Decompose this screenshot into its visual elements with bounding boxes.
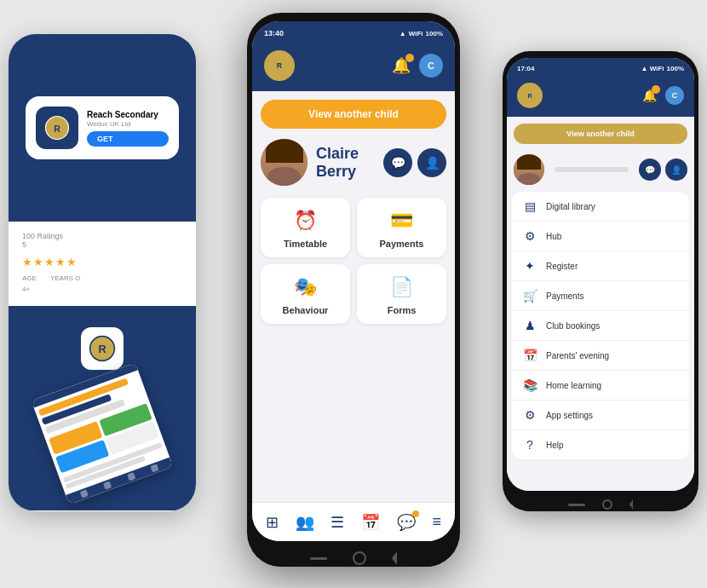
menu-item-app-settings[interactable]: ⚙ App settings xyxy=(512,401,689,430)
right-main: View another child 💬 👤 xyxy=(507,117,694,491)
parents-evening-label: Parents' evening xyxy=(546,351,609,360)
right-screen: 17:04 ▲ WiFi 100% R 🔔 xyxy=(507,58,694,491)
nav-messages[interactable]: 💬 xyxy=(397,513,416,532)
profile-button[interactable]: 👤 xyxy=(417,148,446,177)
age-info: AGE 4+ xyxy=(22,274,37,296)
menu-item-payments[interactable]: 🛒 Payments xyxy=(512,281,689,311)
phone-center: 13:40 ▲ WiFi 100% R 🔔 xyxy=(247,13,460,567)
nav-people[interactable]: 👥 xyxy=(296,513,314,532)
digital-library-label: Digital library xyxy=(546,202,595,211)
payments-icon: 💳 xyxy=(390,210,413,232)
people-icon: 👥 xyxy=(296,513,314,532)
right-forward-gesture xyxy=(629,499,633,510)
nav-grid[interactable]: ⊞ xyxy=(266,513,279,532)
phone-right: 17:04 ▲ WiFi 100% R 🔔 xyxy=(503,51,698,511)
right-profile-row: 💬 👤 xyxy=(507,151,694,192)
phone-left: R Reach Secondary Weduc UK Ltd GET 100 R… xyxy=(9,34,196,511)
nav-schedule[interactable]: ☰ xyxy=(331,513,344,532)
help-icon: ? xyxy=(522,438,537,452)
rating-stars: ★★★★★ xyxy=(22,256,182,268)
main-menu-grid: ⏰ Timetable 💳 Payments 🎭 Behaviour 📄 For… xyxy=(261,198,446,324)
parents-evening-icon: 📅 xyxy=(522,349,537,362)
menu-item-home-learning[interactable]: 📚 Home learning xyxy=(512,371,689,401)
app-store-card: R Reach Secondary Weduc UK Ltd GET xyxy=(26,96,179,159)
forms-icon: 📄 xyxy=(390,276,413,298)
mockup-content xyxy=(34,370,170,495)
right-logo: R xyxy=(517,83,543,108)
profile-actions: 💬 👤 xyxy=(383,148,446,177)
right-home-bar xyxy=(503,498,698,511)
promo-logo: R xyxy=(81,327,124,370)
menu-forms[interactable]: 📄 Forms xyxy=(357,264,446,324)
schedule-icon: ☰ xyxy=(331,513,344,532)
menu-payments[interactable]: 💳 Payments xyxy=(357,198,446,257)
right-time: 17:04 xyxy=(517,65,534,72)
svg-text:R: R xyxy=(277,61,283,70)
hub-label: Hub xyxy=(546,232,561,241)
club-bookings-icon: ♟ xyxy=(522,319,537,332)
center-logo: R xyxy=(264,50,295,81)
right-view-child-button[interactable]: View another child xyxy=(514,124,687,144)
nav-calendar[interactable]: 📅 xyxy=(361,513,380,532)
menu-item-club-bookings[interactable]: ♟ Club bookings xyxy=(512,311,689,341)
right-battery: 100% xyxy=(667,65,684,72)
right-status-bar: 17:04 ▲ WiFi 100% xyxy=(507,58,694,78)
app-store-bottom: 100 Ratings 5 ★★★★★ AGE 4+ YEARS O xyxy=(9,222,196,306)
home-gesture xyxy=(353,551,366,565)
message-button[interactable]: 💬 xyxy=(383,148,412,177)
right-header: R 🔔 C xyxy=(507,78,694,117)
right-child-avatar xyxy=(514,154,544,185)
view-child-button[interactable]: View another child xyxy=(261,100,446,129)
menu-item-register[interactable]: ✦ Register xyxy=(512,251,689,281)
app-name: Reach Secondary xyxy=(87,109,169,120)
child-profile: Claire Berry 💬 👤 xyxy=(261,139,446,186)
right-bell-button[interactable]: 🔔 xyxy=(642,88,657,103)
forward-gesture xyxy=(392,551,397,565)
digital-library-icon: ▤ xyxy=(522,199,537,213)
right-header-right: 🔔 C xyxy=(642,86,684,105)
grid-icon: ⊞ xyxy=(266,513,279,532)
behaviour-label: Behaviour xyxy=(283,305,329,315)
bell-button[interactable]: 🔔 xyxy=(392,56,411,75)
behaviour-icon: 🎭 xyxy=(294,276,317,298)
center-header: R 🔔 C xyxy=(252,45,455,91)
center-header-right: 🔔 C xyxy=(392,54,443,78)
right-notification-badge xyxy=(652,85,660,94)
menu-item-help[interactable]: ? Help xyxy=(512,430,689,459)
app-store-header: R Reach Secondary Weduc UK Ltd GET xyxy=(9,34,196,222)
menu-timetable[interactable]: ⏰ Timetable xyxy=(261,198,350,257)
get-button[interactable]: GET xyxy=(87,131,169,147)
child-avatar xyxy=(261,139,308,186)
bottom-nav: ⊞ 👥 ☰ 📅 💬 ≡ xyxy=(252,502,455,541)
app-settings-label: App settings xyxy=(546,411,593,420)
notification-badge xyxy=(405,54,414,62)
right-user-avatar[interactable]: C xyxy=(665,86,684,105)
nav-menu[interactable]: ≡ xyxy=(433,513,442,531)
home-learning-icon: 📚 xyxy=(522,378,537,392)
user-avatar[interactable]: C xyxy=(419,54,443,78)
promo-section: R xyxy=(9,306,196,510)
forms-label: Forms xyxy=(388,305,417,315)
side-menu-list: ▤ Digital library ⚙ Hub ✦ Register 🛒 Pay… xyxy=(512,192,689,459)
register-label: Register xyxy=(546,262,578,271)
menu-item-digital-library[interactable]: ▤ Digital library xyxy=(512,192,689,222)
ratings-row: 100 Ratings 5 xyxy=(22,232,182,249)
menu-behaviour[interactable]: 🎭 Behaviour xyxy=(261,264,350,324)
timetable-label: Timetable xyxy=(284,239,327,249)
menu-item-parents-evening[interactable]: 📅 Parents' evening xyxy=(512,341,689,371)
right-home-gesture xyxy=(602,499,612,510)
right-message-button[interactable]: 💬 xyxy=(639,159,661,181)
menu-item-hub[interactable]: ⚙ Hub xyxy=(512,222,689,251)
right-status-icons: ▲ WiFi 100% xyxy=(641,65,684,72)
app-store-info: Reach Secondary Weduc UK Ltd GET xyxy=(87,109,169,147)
right-profile-button[interactable]: 👤 xyxy=(665,159,687,181)
calendar-icon: 📅 xyxy=(361,513,380,532)
app-icon: R xyxy=(36,107,78,149)
app-settings-icon: ⚙ xyxy=(522,408,537,422)
app-developer: Weduc UK Ltd xyxy=(87,120,169,128)
profile-bar xyxy=(555,167,629,172)
register-icon: ✦ xyxy=(522,259,537,273)
home-learning-label: Home learning xyxy=(546,381,601,390)
years-info: YEARS O xyxy=(50,274,81,296)
rating-number: 5 xyxy=(22,240,182,249)
